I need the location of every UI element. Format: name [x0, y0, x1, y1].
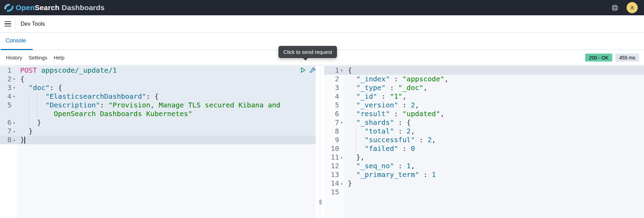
line-number: 8	[7, 136, 12, 144]
line-gutter: 7▴	[0, 127, 17, 136]
code-text[interactable]: "_type" : "_doc",	[344, 83, 644, 92]
line-number: 6	[7, 118, 12, 127]
code-text[interactable]: "doc": {	[17, 83, 316, 92]
code-text[interactable]: }	[17, 127, 316, 136]
response-time-badge: 455 ms	[615, 54, 639, 62]
code-text[interactable]: }	[17, 118, 316, 127]
line-gutter: 8▴	[0, 136, 17, 144]
code-line: 2 "_index" : "appscode",	[324, 75, 644, 83]
divider-hairline	[320, 65, 320, 218]
line-gutter: 11▴	[324, 153, 344, 162]
code-text[interactable]: "result" : "updated",	[344, 110, 644, 118]
code-line: 11▴ },	[324, 153, 644, 162]
code-text[interactable]: "ElasticsearchDashboard": {	[17, 92, 316, 101]
code-text[interactable]: "_version" : 2,	[344, 101, 644, 110]
nav-row: Dev Tools	[0, 15, 644, 33]
line-gutter: 1▾	[324, 66, 344, 75]
code-line: 3 "_type" : "_doc",	[324, 83, 644, 92]
code-line: OpenSearch Dashboards Kubernetes"	[0, 110, 316, 118]
code-text[interactable]: }	[17, 136, 316, 144]
code-line: 10 "failed" : 0	[324, 144, 644, 153]
line-gutter: 9	[324, 136, 344, 144]
send-request-icon[interactable]	[300, 67, 306, 74]
indent-guide	[29, 119, 29, 126]
line-number: 13	[331, 170, 339, 179]
fold-up-icon[interactable]: ▴	[12, 127, 17, 136]
wrench-icon[interactable]	[309, 67, 316, 74]
code-line: 9 "successful" : 2,	[324, 136, 644, 144]
code-line: 5 "Description": "Provision, Manage TLS …	[0, 101, 316, 110]
code-text[interactable]: "Description": "Provision, Manage TLS se…	[17, 101, 316, 110]
menu-item-settings[interactable]: Settings	[29, 55, 47, 60]
line-gutter: 3▾	[0, 83, 17, 92]
line-number: 5	[7, 101, 12, 110]
code-text[interactable]: {	[17, 75, 316, 83]
request-actions	[300, 67, 316, 74]
code-line: 15	[324, 188, 644, 196]
line-gutter: 12	[324, 162, 344, 170]
opensearch-logo-icon	[4, 3, 14, 13]
code-text[interactable]: "_id" : "1",	[344, 92, 644, 101]
fold-up-icon[interactable]: ▴	[12, 136, 17, 144]
code-line: 6▴ }	[0, 118, 316, 127]
indent-guide	[37, 110, 37, 118]
line-number: 15	[331, 188, 339, 196]
code-text[interactable]: "_shards" : {	[344, 118, 644, 127]
hamburger-icon[interactable]	[0, 15, 15, 32]
fold-down-icon[interactable]: ▾	[12, 75, 17, 83]
fold-down-icon[interactable]: ▾	[339, 118, 344, 127]
line-number: 4	[7, 92, 12, 101]
code-text[interactable]: }	[344, 179, 644, 188]
request-editor[interactable]: 1POST appscode/_update/12▾{3▾ "doc": {4▾…	[0, 65, 316, 218]
help-icon[interactable]	[612, 5, 618, 11]
line-gutter: 4	[324, 92, 344, 101]
code-text[interactable]: "successful" : 2,	[344, 136, 644, 144]
code-text[interactable]: "_seq_no" : 1,	[344, 162, 644, 170]
panel-resizer[interactable]	[317, 199, 323, 205]
line-gutter: 3	[324, 83, 344, 92]
code-text[interactable]: "total" : 2,	[344, 127, 644, 136]
code-text[interactable]: "_index" : "appscode",	[344, 75, 644, 83]
line-gutter: 13	[324, 170, 344, 179]
indent-guide	[356, 128, 356, 135]
code-text[interactable]: "failed" : 0	[344, 144, 644, 153]
code-text[interactable]: OpenSearch Dashboards Kubernetes"	[17, 110, 316, 118]
line-gutter: 14▴	[324, 179, 344, 188]
line-number: 2	[335, 75, 339, 83]
fold-up-icon[interactable]: ▴	[339, 179, 344, 188]
breadcrumb[interactable]: Dev Tools	[16, 21, 45, 27]
code-text[interactable]: "_primary_term" : 1	[344, 170, 644, 179]
tab-console[interactable]: Console	[6, 38, 26, 44]
user-avatar[interactable]: a	[627, 2, 638, 13]
line-number: 4	[335, 92, 339, 101]
line-number: 1	[335, 66, 339, 75]
fold-up-icon[interactable]: ▴	[339, 153, 344, 162]
line-number: 1	[7, 66, 12, 75]
line-gutter: 7▾	[324, 118, 344, 127]
panel-divider	[316, 65, 324, 218]
indent-guide	[29, 93, 29, 100]
line-gutter: 8	[324, 127, 344, 136]
code-line: 13 "_primary_term" : 1	[324, 170, 644, 179]
line-gutter: 15	[324, 188, 344, 196]
line-gutter: 5	[0, 101, 17, 110]
code-text[interactable]	[344, 188, 644, 196]
send-request-tooltip: Click to send request	[278, 46, 337, 58]
fold-down-icon[interactable]: ▾	[12, 83, 17, 92]
fold-down-icon[interactable]: ▾	[12, 92, 17, 101]
code-text[interactable]: POST appscode/_update/1	[17, 66, 316, 75]
code-text[interactable]: },	[344, 153, 644, 162]
indent-guide	[356, 136, 356, 144]
indent-guide	[37, 93, 37, 100]
code-text[interactable]: {	[344, 66, 644, 75]
response-viewer[interactable]: 1▾{2 "_index" : "appscode",3 "_type" : "…	[324, 65, 644, 218]
menu-item-history[interactable]: History	[6, 55, 22, 60]
line-number: 14	[331, 179, 339, 188]
menu-item-help[interactable]: Help	[54, 55, 64, 60]
code-line: 3▾ "doc": {	[0, 83, 316, 92]
fold-up-icon[interactable]: ▴	[12, 118, 17, 127]
fold-down-icon[interactable]: ▾	[339, 66, 344, 75]
code-line: 5 "_version" : 2,	[324, 101, 644, 110]
line-number: 7	[7, 127, 12, 136]
line-number: 2	[7, 75, 12, 83]
